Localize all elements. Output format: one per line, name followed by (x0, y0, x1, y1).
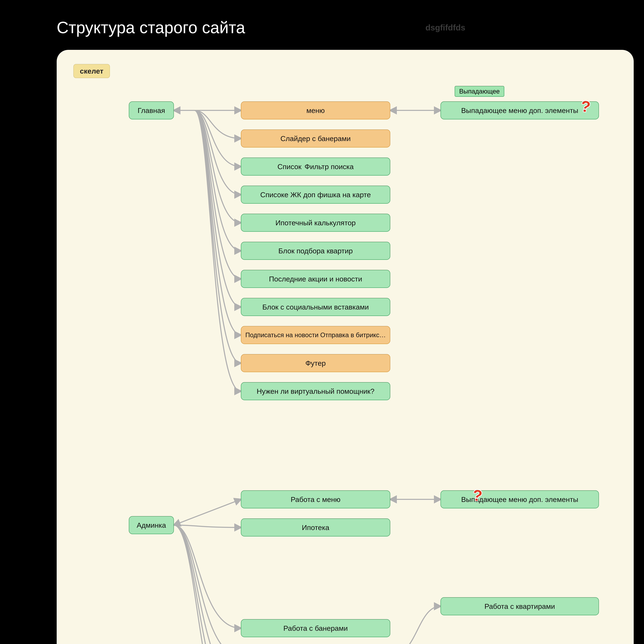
node-main-list-filter[interactable]: Список Фильтр поиска (241, 158, 390, 176)
node-admin-dropdown[interactable]: Выпадающее меню доп. элементы (440, 490, 599, 508)
node-main-menu[interactable]: меню (241, 101, 390, 119)
node-main-list-a: Список (277, 162, 301, 171)
node-main-footer[interactable]: Футер (241, 354, 390, 372)
node-root-main[interactable]: Главная (129, 101, 174, 119)
node-main-zk[interactable]: Списоке ЖК доп фишка на карте (241, 186, 390, 204)
node-main-mortgage[interactable]: Ипотечный калькулятор (241, 214, 390, 232)
node-main-pick[interactable]: Блок подбора квартир (241, 242, 390, 260)
node-admin-flats[interactable]: Работа с квартирами (440, 597, 599, 615)
node-main-news[interactable]: Последние акции и новости (241, 270, 390, 288)
diagram-canvas[interactable]: скелет (57, 50, 634, 644)
node-main-dropdown[interactable]: Выпадающее меню доп. элементы (440, 101, 599, 119)
node-main-list-b: Фильтр поиска (305, 162, 354, 171)
page-title: Структура старого сайта (57, 18, 245, 37)
page-sub: dsgfifdfds (425, 23, 465, 32)
node-main-subscribe[interactable]: Подписаться на новости Отправка в битрик… (241, 326, 390, 344)
node-main-virtual[interactable]: Нужен ли виртуальный помощник? (241, 382, 390, 400)
tab-skeleton[interactable]: скелет (73, 64, 110, 78)
badge-dropdown: Выпадающее (455, 86, 504, 97)
node-admin-menu[interactable]: Работа с меню (241, 490, 390, 508)
node-root-admin[interactable]: Админка (129, 516, 174, 534)
node-main-social[interactable]: Блок с социальными вставками (241, 298, 390, 316)
node-admin-banners[interactable]: Работа с банерами (241, 619, 390, 637)
page-header: Структура старого сайта dsgfifdfds (0, 0, 644, 50)
node-admin-mortgage[interactable]: Ипотека (241, 518, 390, 536)
node-main-slider[interactable]: Слайдер с банерами (241, 129, 390, 147)
